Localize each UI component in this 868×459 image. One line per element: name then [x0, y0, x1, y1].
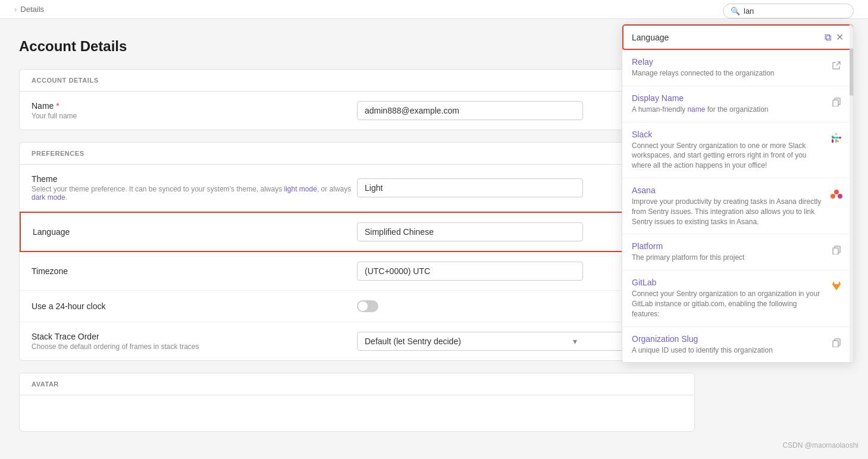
- language-label: Language: [33, 227, 357, 237]
- top-search-bar[interactable]: 🔍: [723, 4, 854, 18]
- dropdown-copy-icon[interactable]: ⧉: [825, 32, 831, 43]
- svg-rect-14: [833, 248, 838, 254]
- watermark: CSDN @maomaolaoshi: [782, 441, 858, 449]
- language-field-row: Language Simplified Chinese: [20, 212, 694, 252]
- dropdown-asana-desc: Improve your productivity by creating ta…: [632, 197, 822, 227]
- theme-field-row: Theme Select your theme preference. It c…: [20, 165, 694, 212]
- dropdown-asana-title: Asana: [632, 186, 822, 195]
- clock-field-row: Use a 24-hour clock: [20, 291, 694, 322]
- stack-trace-label-group: Stack Trace Order Choose the default ord…: [32, 332, 357, 351]
- clock-toggle[interactable]: [357, 300, 378, 312]
- stack-trace-field-row: Stack Trace Order Choose the default ord…: [20, 322, 694, 360]
- avatar-section-header: AVATAR: [20, 373, 694, 395]
- dropdown-item-asana-content: Asana Improve your productivity by creat…: [632, 186, 822, 227]
- dropdown-slack-desc: Connect your Sentry organization to one …: [632, 141, 822, 171]
- dropdown-org-slug-desc: A unique ID used to identify this organi…: [632, 345, 822, 356]
- theme-select-wrapper: Light Dark System: [357, 178, 583, 197]
- language-current-value: Simplified Chinese: [365, 227, 434, 237]
- name-input[interactable]: [357, 101, 583, 120]
- dropdown-item-slack[interactable]: Slack Connect your Sentry organization t…: [622, 122, 853, 178]
- theme-sublabel: Select your theme preference. It can be …: [32, 185, 357, 202]
- timezone-label-group: Timezone: [32, 266, 357, 276]
- dropdown-close-icon[interactable]: ✕: [836, 32, 844, 43]
- dropdown-item-platform-content: Platform The primary platform for this p…: [632, 241, 822, 263]
- dropdown-item-display-name-content: Display Name A human-friendly name for t…: [632, 93, 822, 115]
- theme-dark-link[interactable]: dark mode: [32, 193, 65, 202]
- dropdown-platform-desc: The primary platform for this project: [632, 253, 822, 263]
- svg-rect-16: [833, 341, 838, 347]
- dropdown-item-org-slug-content: Organization Slug A unique ID used to id…: [632, 334, 822, 356]
- dropdown-item-display-name[interactable]: Display Name A human-friendly name for t…: [622, 86, 853, 122]
- name-field-row: Name * Your full name: [20, 92, 694, 130]
- svg-rect-7: [839, 137, 841, 139]
- svg-point-10: [834, 190, 839, 194]
- stack-trace-select-wrapper: Default (let Sentry decide) ▾: [357, 332, 583, 351]
- slack-icon: [829, 131, 844, 145]
- clock-label: Use a 24-hour clock: [32, 301, 357, 311]
- relay-link-icon: [829, 58, 844, 73]
- timezone-select-wrapper: (UTC+0000) UTC: [357, 262, 583, 281]
- timezone-select[interactable]: (UTC+0000) UTC: [357, 262, 583, 281]
- clock-label-group: Use a 24-hour clock: [32, 301, 357, 311]
- dropdown-item-gitlab-content: GitLab Connect your Sentry organization …: [632, 278, 822, 319]
- dropdown-item-gitlab[interactable]: GitLab Connect your Sentry organization …: [622, 271, 853, 326]
- platform-copy-icon: [829, 243, 844, 257]
- dropdown-display-name-desc: A human-friendly name for the organizati…: [632, 105, 822, 115]
- display-name-copy-icon: [829, 95, 844, 109]
- preferences-section-header: PREFERENCES: [20, 143, 694, 165]
- name-sublabel: Your full name: [32, 112, 357, 120]
- avatar-content: [20, 395, 694, 431]
- dropdown-slack-title: Slack: [632, 130, 822, 139]
- dropdown-relay-title: Relay: [632, 57, 822, 67]
- dropdown-item-relay-content: Relay Manage relays connected to the org…: [632, 57, 822, 78]
- account-section-header: ACCOUNT DETAILS: [20, 70, 694, 92]
- scroll-thumb: [850, 48, 853, 96]
- language-display[interactable]: Simplified Chinese: [357, 222, 583, 241]
- breadcrumb-label: Details: [20, 5, 44, 14]
- breadcrumb-chevron: ›: [14, 5, 17, 14]
- name-label: Name *: [32, 101, 357, 111]
- dropdown-gitlab-title: GitLab: [632, 278, 822, 287]
- dropdown-scroll-area: Relay Manage relays connected to the org…: [622, 50, 853, 362]
- svg-rect-9: [835, 140, 839, 142]
- svg-rect-1: [833, 100, 838, 106]
- svg-rect-6: [832, 137, 835, 139]
- name-label-group: Name * Your full name: [32, 101, 357, 120]
- theme-light-link[interactable]: light mode: [284, 185, 317, 193]
- theme-label-group: Theme Select your theme preference. It c…: [32, 174, 357, 202]
- page-wrapper: › Details 🔍 Account Details ACCOUNT DETA…: [0, 0, 868, 459]
- stack-trace-label: Stack Trace Order: [32, 332, 357, 341]
- svg-rect-5: [835, 133, 837, 135]
- search-input[interactable]: [744, 7, 846, 15]
- dropdown-gitlab-desc: Connect your Sentry organization to an o…: [632, 289, 822, 319]
- dropdown-item-slack-content: Slack Connect your Sentry organization t…: [632, 130, 822, 171]
- svg-rect-8: [835, 137, 839, 139]
- avatar-card: AVATAR: [19, 373, 695, 432]
- display-name-link[interactable]: name: [687, 105, 705, 114]
- dropdown-search-input[interactable]: [632, 33, 820, 42]
- theme-label: Theme: [32, 174, 357, 184]
- dropdown-item-org-slug[interactable]: Organization Slug A unique ID used to id…: [622, 327, 853, 363]
- dropdown-platform-title: Platform: [632, 241, 822, 251]
- account-details-card: ACCOUNT DETAILS Name * Your full name: [19, 69, 695, 130]
- search-icon: 🔍: [731, 7, 740, 15]
- dropdown-item-relay[interactable]: Relay Manage relays connected to the org…: [622, 50, 853, 86]
- name-required-marker: *: [56, 101, 59, 111]
- dropdown-panel: ⧉ ✕ Relay Manage relays connected to the…: [622, 24, 854, 363]
- gitlab-icon: [829, 279, 844, 293]
- page-title: Account Details: [19, 38, 695, 55]
- svg-point-12: [838, 194, 842, 199]
- svg-rect-2: [832, 139, 833, 143]
- theme-select[interactable]: Light Dark System: [357, 178, 583, 197]
- scroll-track: [850, 24, 853, 362]
- dropdown-item-asana[interactable]: Asana Improve your productivity by creat…: [622, 178, 853, 234]
- asana-icon: [829, 187, 844, 201]
- language-label-group: Language: [33, 227, 357, 237]
- svg-point-11: [831, 194, 835, 199]
- dropdown-item-platform[interactable]: Platform The primary platform for this p…: [622, 234, 853, 271]
- timezone-field-row: Timezone (UTC+0000) UTC: [20, 252, 694, 291]
- dropdown-org-slug-title: Organization Slug: [632, 334, 822, 344]
- preferences-card: PREFERENCES Theme Select your theme pref…: [19, 142, 695, 361]
- org-slug-copy-icon: [829, 335, 844, 350]
- dropdown-search-row[interactable]: ⧉ ✕: [622, 24, 853, 50]
